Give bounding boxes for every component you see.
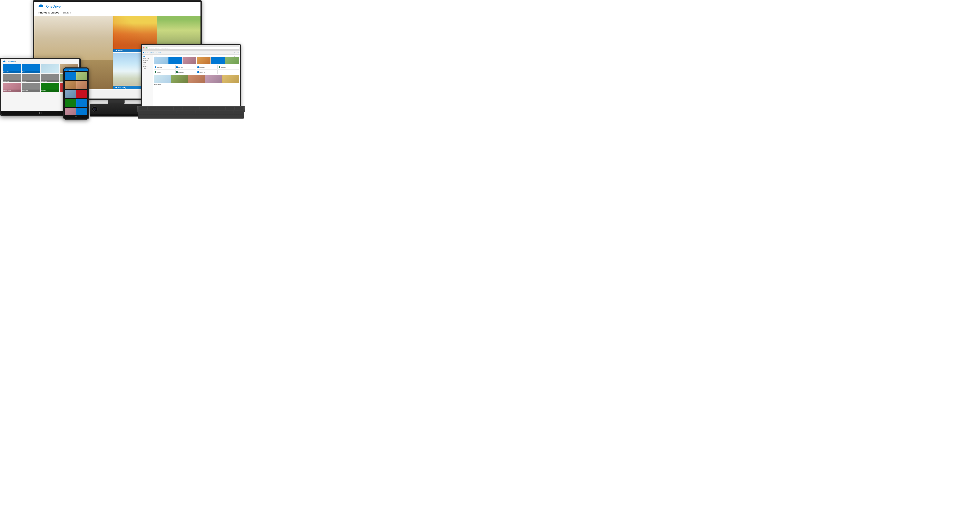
- browser-thumb-more[interactable]: [211, 57, 225, 64]
- phone-tile-1[interactable]: [65, 72, 76, 80]
- browser-photo-strip-3[interactable]: [188, 75, 205, 83]
- browser-storage-info: 12.5 GB available: [154, 84, 239, 85]
- keyboard-row-2: [139, 111, 243, 114]
- browser-chrome: https://onedrive.live.com — Microsoft On…: [142, 45, 240, 51]
- key: [139, 111, 148, 114]
- browser-photo-strip-2[interactable]: [171, 75, 188, 83]
- browser-doc-physicsb[interactable]: Physics B F...: [218, 65, 239, 70]
- doc-label-vacationplan: Vacation Plan: [199, 72, 205, 73]
- browser-thumb-family[interactable]: [183, 57, 196, 64]
- sidebar-item-pcs[interactable]: PCs: [143, 64, 153, 65]
- search-icon[interactable]: 🔍: [234, 52, 235, 53]
- browser-sort-label[interactable]: Sort by: Name ↓: [232, 55, 239, 57]
- tv-nav-shared[interactable]: Shared: [62, 11, 71, 14]
- browser-photos-strip: [154, 75, 239, 83]
- key-space-start: [139, 115, 160, 118]
- tablet-tile-photo1[interactable]: [41, 64, 59, 73]
- tablet-tile-notes[interactable]: Notes: [22, 64, 40, 73]
- tablet-tile-beachday[interactable]: Beach Day: [3, 64, 21, 73]
- browser-photo-strip-1[interactable]: [154, 75, 171, 83]
- phone-tile-2[interactable]: [76, 72, 88, 80]
- key-space-end: [222, 115, 243, 118]
- storage-available-label: 12.5 GB available: [154, 84, 162, 85]
- browser-traffic-lights: [143, 48, 147, 48]
- key-spacebar[interactable]: [160, 115, 222, 118]
- notification-icon[interactable]: 🔔: [236, 52, 238, 53]
- phone-tile-grid: [64, 71, 88, 117]
- key: [196, 111, 205, 114]
- phone-tile-3[interactable]: [65, 81, 76, 89]
- onedrive-logo-btn: OneDrive: [143, 52, 150, 54]
- tablet-tile-notes-label: Notes: [22, 71, 40, 73]
- phone-search-button[interactable]: [82, 116, 83, 117]
- doc-icon-schedule: [155, 71, 156, 73]
- tablet-tile-documents-label: Documents: [3, 80, 21, 82]
- browser-doc-classpres[interactable]: Class Pres: [175, 65, 196, 70]
- phone-tile-6[interactable]: [76, 90, 88, 98]
- browser-address-bar[interactable]: https://onedrive.live.com — Microsoft On…: [148, 46, 239, 50]
- browser-toolbar: OneDrive ⊕ Create ▼ ⊕ Upload 🔍 🔔 ?: [142, 51, 240, 54]
- doc-icon-shoppinglist: [176, 71, 178, 73]
- phone-bottom-bar: [64, 115, 88, 118]
- tablet-tile-familyreunion[interactable]: Family Reunion: [3, 83, 21, 92]
- phone-tile-7[interactable]: [65, 99, 76, 107]
- laptop: https://onedrive.live.com — Microsoft On…: [137, 44, 245, 126]
- tablet-tile-schedule-label: Schedule: [41, 89, 59, 92]
- browser-photo-strip-5[interactable]: [222, 75, 239, 83]
- browser-address-text: https://onedrive.live.com — Microsoft On…: [149, 48, 170, 49]
- doc-label-physicsb: Physics B F...: [221, 67, 226, 68]
- tablet-tile-pictures[interactable]: Pictures: [22, 74, 40, 82]
- key: [148, 111, 158, 114]
- sidebar-item-files[interactable]: Files: [143, 55, 153, 57]
- browser-thumb-beach[interactable]: [154, 57, 168, 64]
- maximize-window-button[interactable]: [146, 48, 147, 48]
- tablet-tile-documents[interactable]: Documents: [3, 74, 21, 82]
- keyboard-row-3: [139, 115, 243, 118]
- browser-thumb-doc[interactable]: [169, 57, 182, 64]
- key: [224, 111, 233, 114]
- doc-label-classpres: Class Pres: [178, 67, 183, 68]
- sidebar-item-homepc[interactable]: Home PC: [143, 65, 153, 68]
- phone-screen: files recent sha: [64, 69, 88, 118]
- browser-doc-classnotes[interactable]: Class Notes: [154, 65, 175, 70]
- create-button[interactable]: ⊕ Create ▼: [150, 52, 156, 53]
- browser-thumb-photo[interactable]: [225, 57, 239, 64]
- tablet-tile-familyreunion-label: Family Reunion: [3, 89, 21, 92]
- tablet-windows-button[interactable]: [40, 112, 41, 114]
- close-window-button[interactable]: [143, 48, 144, 48]
- browser-sidebar: Files Recent docs All photos Shared PCs …: [142, 54, 153, 106]
- browser-doc-cookierecipe[interactable]: Cookies Re...: [197, 65, 218, 70]
- sidebar-item-allphotos[interactable]: All photos: [143, 59, 153, 62]
- onedrive-cloud-icon: [38, 5, 45, 9]
- key: [226, 107, 234, 110]
- browser-doc-schedule[interactable]: Schedule: [154, 70, 175, 74]
- phone-tile-8[interactable]: [76, 99, 88, 107]
- key: [191, 107, 199, 110]
- tablet-header: OneDrive ▾: [3, 61, 78, 63]
- phone-tile-4[interactable]: [76, 81, 88, 89]
- tv-nav-photos[interactable]: Photos & videos: [38, 11, 59, 14]
- sidebar-item-recentdocs[interactable]: Recent docs: [143, 57, 153, 59]
- tv-stand: [108, 100, 124, 104]
- sidebar-item-laptop[interactable]: Laptop: [143, 68, 153, 70]
- sidebar-item-shared[interactable]: Shared: [143, 62, 153, 64]
- tablet-caret-icon: ▾: [15, 61, 16, 62]
- phone-back-button[interactable]: [69, 116, 70, 117]
- tablet-tile-classpres[interactable]: Class Pres...: [22, 83, 40, 92]
- tv-nav: Photos & videos Shared: [34, 10, 200, 16]
- browser-doc-vacationplan[interactable]: Vacation Plan: [197, 70, 218, 74]
- browser-photo-strip-4[interactable]: [205, 75, 222, 83]
- key: [186, 111, 196, 114]
- laptop-screen-bezel: https://onedrive.live.com — Microsoft On…: [141, 44, 241, 107]
- minimize-window-button[interactable]: [144, 48, 145, 48]
- browser-thumb-autumn[interactable]: [197, 57, 211, 64]
- upload-button[interactable]: ⊕ Upload: [156, 52, 161, 53]
- tablet-tile-classnotes[interactable]: Class Notes: [41, 74, 59, 82]
- browser-doc-shoppinglist[interactable]: Shopping List: [175, 70, 196, 74]
- key: [177, 111, 186, 114]
- help-icon[interactable]: ?: [239, 52, 239, 53]
- phone-home-button[interactable]: [75, 116, 76, 117]
- phone-tile-5[interactable]: [65, 90, 76, 98]
- key: [165, 107, 173, 110]
- tablet-tile-schedule[interactable]: Schedule: [41, 83, 59, 92]
